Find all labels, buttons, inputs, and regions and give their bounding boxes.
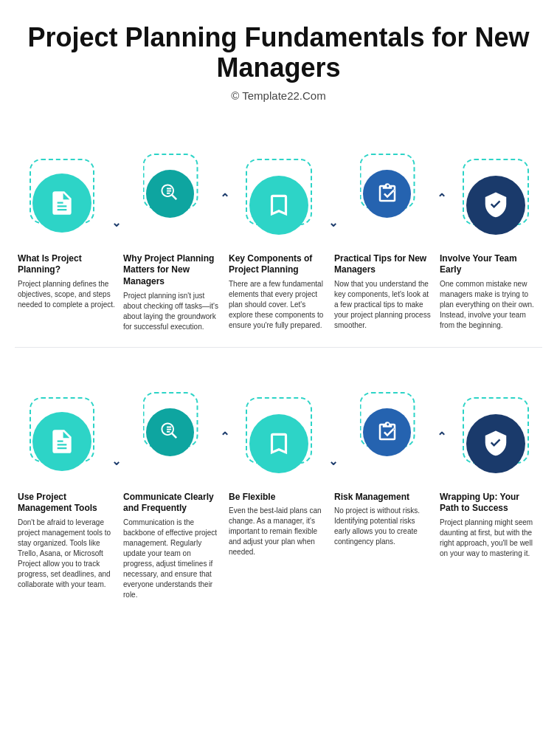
content-be-flexible: Be Flexible Even the best-laid plans can… — [226, 492, 331, 600]
title-communicate: Communicate Clearly and Frequently — [123, 492, 221, 515]
icon-slot-2 — [123, 124, 217, 246]
bookmark-icon-r2 — [265, 430, 293, 458]
icon-slot-5 — [449, 124, 542, 246]
title-why-matters: Why Project Planning Matters for New Man… — [123, 253, 221, 288]
text-key-components: There are a few fundamental elements tha… — [229, 279, 327, 331]
document-icon — [48, 189, 76, 217]
arrow-r2-1-2: ⌄ — [108, 454, 123, 484]
search-document-icon — [159, 182, 181, 205]
text-involve-team: One common mistake new managers make is … — [440, 279, 538, 331]
shield-check-icon-r2 — [482, 430, 510, 458]
content-involve-team: Involve Your Team Early One common mista… — [437, 253, 542, 332]
content-what-is: What Is Project Planning? Project planni… — [15, 253, 120, 332]
page-title: Project Planning Fundamentals for New Ma… — [15, 22, 542, 83]
arrow-r2-4-5: ⌃ — [434, 430, 449, 484]
content-why-matters: Why Project Planning Matters for New Man… — [120, 253, 226, 332]
search-document-icon-r2 — [159, 421, 181, 443]
text-why-matters: Project planning isn't just about checki… — [123, 291, 221, 332]
text-be-flexible: Even the best-laid plans can change. As … — [229, 506, 327, 557]
row2-icons: ⌄ ⌃ — [15, 362, 542, 484]
content-communicate: Communicate Clearly and Frequently Commu… — [120, 492, 226, 600]
text-risk-management: No project is without risks. Identifying… — [334, 506, 432, 547]
copyright: © Template22.Com — [15, 89, 542, 102]
arrow-4-5: ⌃ — [434, 191, 449, 246]
header: Project Planning Fundamentals for New Ma… — [15, 22, 542, 102]
row2-section: ⌄ ⌃ — [15, 362, 542, 600]
icon-slot-3 — [232, 124, 325, 246]
row-divider — [15, 347, 542, 348]
title-key-components: Key Components of Project Planning — [229, 253, 327, 276]
title-what-is: What Is Project Planning? — [18, 253, 116, 276]
title-involve-team: Involve Your Team Early — [440, 253, 538, 276]
icon-slot-r2-4 — [340, 362, 434, 484]
row1-icons: ⌄ ⌃ — [15, 124, 542, 246]
content-key-components: Key Components of Project Planning There… — [226, 253, 331, 332]
bookmark-icon — [265, 191, 293, 219]
row2-content: Use Project Management Tools Don't be af… — [15, 492, 542, 600]
arrow-r2-3-4: ⌄ — [325, 454, 340, 484]
icon-slot-r2-1 — [15, 362, 108, 484]
title-risk-management: Risk Management — [334, 492, 432, 504]
text-communicate: Communication is the backbone of effecti… — [123, 518, 221, 600]
content-wrapping-up: Wrapping Up: Your Path to Success Projec… — [437, 492, 542, 600]
icon-slot-4 — [340, 124, 434, 246]
content-risk-management: Risk Management No project is without ri… — [331, 492, 437, 600]
arrow-1-2: ⌄ — [108, 216, 123, 246]
arrow-3-4: ⌄ — [325, 216, 340, 246]
icon-slot-r2-2 — [123, 362, 217, 484]
icon-slot-r2-5 — [449, 362, 542, 484]
arrow-r2-2-3: ⌃ — [217, 430, 232, 484]
row1-content: What Is Project Planning? Project planni… — [15, 253, 542, 332]
content-use-tools: Use Project Management Tools Don't be af… — [15, 492, 120, 600]
icon-slot-1 — [15, 124, 108, 246]
title-use-tools: Use Project Management Tools — [18, 492, 116, 515]
document-icon-r2 — [48, 427, 76, 456]
text-wrapping-up: Project planning might seem daunting at … — [440, 518, 538, 559]
icon-slot-r2-3 — [232, 362, 325, 484]
text-what-is: Project planning defines the objectives,… — [18, 279, 116, 310]
text-practical-tips: Now that you understand the key componen… — [334, 279, 432, 331]
title-be-flexible: Be Flexible — [229, 492, 327, 504]
clipboard-icon-r2 — [376, 421, 398, 443]
text-use-tools: Don't be afraid to leverage project mana… — [18, 518, 116, 590]
page: Project Planning Fundamentals for New Ma… — [0, 0, 557, 637]
arrow-2-3: ⌃ — [217, 191, 232, 246]
clipboard-icon — [376, 182, 398, 205]
content-practical-tips: Practical Tips for New Managers Now that… — [331, 253, 437, 332]
title-practical-tips: Practical Tips for New Managers — [334, 253, 432, 276]
title-wrapping-up: Wrapping Up: Your Path to Success — [440, 492, 538, 515]
shield-check-icon — [482, 191, 510, 219]
row1-section: ⌄ ⌃ — [15, 124, 542, 332]
